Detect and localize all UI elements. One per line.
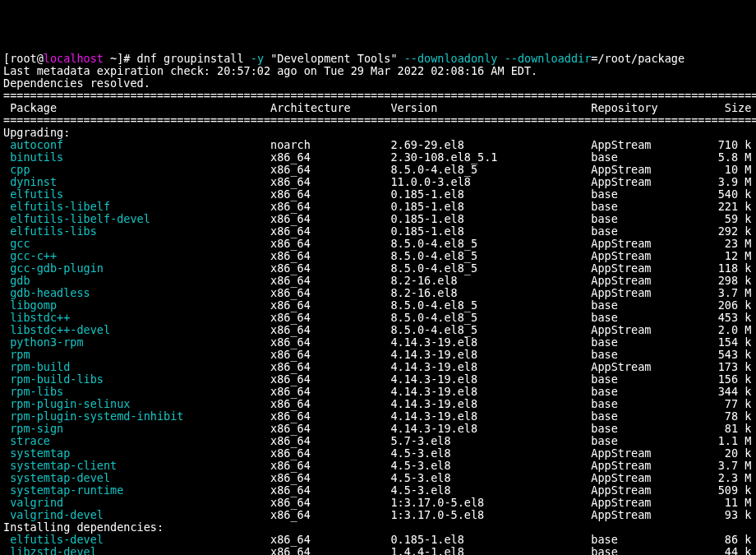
flag-y: -y [251, 52, 264, 65]
package-repository: AppStream [591, 323, 704, 336]
package-size: 59 k [704, 212, 751, 225]
package-arch: x86_64 [270, 286, 390, 299]
package-name: systemtap-client [3, 459, 270, 472]
package-size: 10 M [704, 163, 751, 176]
package-arch: x86_64 [270, 249, 390, 262]
package-name: valgrind-devel [3, 508, 270, 521]
package-size: 154 k [704, 335, 751, 349]
header-repository: Repository [591, 101, 704, 114]
table-row: cpp x86_64 8.5.0-4.el8_5 AppStream 10 M [3, 164, 753, 176]
table-row: valgrind-devel x86_64 1:3.17.0-5.el8 App… [3, 509, 753, 521]
package-version: 4.14.3-19.el8 [390, 360, 591, 373]
package-arch: x86_64 [270, 261, 390, 275]
table-row: strace x86_64 5.7-3.el8 base 1.1 M [3, 435, 753, 447]
package-name: elfutils-libelf [3, 200, 270, 213]
package-name: elfutils-libelf-devel [3, 212, 270, 225]
table-row: systemtap-runtime x86_64 4.5-3.el8 AppSt… [3, 484, 753, 497]
package-version: 8.2-16.el8 [390, 286, 591, 299]
package-size: 453 k [704, 311, 751, 324]
package-name: libzstd-devel [3, 545, 270, 555]
header-version: Version [390, 101, 591, 114]
package-arch: x86_64 [270, 200, 390, 213]
package-size: 5.8 M [704, 150, 751, 164]
table-row: rpm x86_64 4.14.3-19.el8 base 543 k [3, 349, 753, 361]
package-version: 0.185-1.el8 [390, 533, 591, 546]
package-size: 543 k [704, 348, 751, 361]
table-row: elfutils-libelf-devel x86_64 0.185-1.el8… [3, 213, 753, 225]
package-arch: x86_64 [270, 483, 390, 497]
package-repository: AppStream [591, 483, 704, 497]
package-size: 206 k [704, 298, 751, 312]
package-repository: base [591, 200, 704, 213]
package-arch: x86_64 [270, 409, 390, 423]
package-size: 173 k [704, 360, 751, 373]
package-size: 540 k [704, 187, 751, 201]
package-name: gcc [3, 237, 270, 250]
package-repository: AppStream [591, 360, 704, 373]
table-row: elfutils-libs x86_64 0.185-1.el8 base 29… [3, 225, 753, 238]
arg-group: "Development Tools" [264, 52, 404, 65]
package-name: dyninst [3, 175, 270, 188]
package-repository: base [591, 409, 704, 423]
header-size: Size [704, 101, 751, 114]
package-name: systemtap-runtime [3, 483, 270, 497]
table-row: systemtap-client x86_64 4.5-3.el8 AppStr… [3, 460, 753, 472]
table-row: libzstd-devel x86_64 1.4.4-1.el8 base 44… [3, 546, 753, 555]
package-name: python3-rpm [3, 335, 270, 349]
package-repository: base [591, 372, 704, 386]
package-name: rpm-sign [3, 422, 270, 435]
table-row: elfutils x86_64 0.185-1.el8 base 540 k [3, 188, 753, 201]
package-size: 298 k [704, 274, 751, 287]
package-repository: base [591, 434, 704, 447]
table-row: python3-rpm x86_64 4.14.3-19.el8 base 15… [3, 336, 753, 349]
package-name: cpp [3, 163, 270, 176]
package-name: rpm-build-libs [3, 372, 270, 386]
package-version: 4.5-3.el8 [390, 446, 591, 460]
package-arch: x86_64 [270, 397, 390, 410]
package-arch: x86_64 [270, 545, 390, 555]
package-size: 77 k [704, 397, 751, 410]
package-arch: x86_64 [270, 422, 390, 435]
package-repository: AppStream [591, 286, 704, 299]
package-version: 1:3.17.0-5.el8 [390, 508, 591, 521]
package-repository: base [591, 311, 704, 324]
package-arch: x86_64 [270, 446, 390, 460]
table-row: binutils x86_64 2.30-108.el8_5.1 base 5.… [3, 151, 753, 164]
package-arch: x86_64 [270, 298, 390, 312]
rule-mid: ========================================… [3, 113, 756, 127]
table-row: elfutils-devel x86_64 0.185-1.el8 base 8… [3, 534, 753, 546]
package-name: libstdc++ [3, 311, 270, 324]
package-version: 0.185-1.el8 [390, 200, 591, 213]
package-name: strace [3, 434, 270, 447]
package-repository: AppStream [591, 446, 704, 460]
package-version: 2.30-108.el8_5.1 [390, 150, 591, 164]
package-repository: AppStream [591, 237, 704, 250]
package-name: elfutils [3, 187, 270, 201]
package-arch: x86_64 [270, 323, 390, 336]
table-row: libgomp x86_64 8.5.0-4.el8_5 base 206 k [3, 299, 753, 312]
package-version: 4.5-3.el8 [390, 471, 591, 484]
package-arch: x86_64 [270, 372, 390, 386]
table-row: rpm-plugin-systemd-inhibit x86_64 4.14.3… [3, 410, 753, 423]
package-version: 4.14.3-19.el8 [390, 422, 591, 435]
package-version: 4.5-3.el8 [390, 459, 591, 472]
package-arch: x86_64 [270, 348, 390, 361]
table-header: Package Architecture Version Repository … [3, 102, 753, 114]
package-size: 81 k [704, 422, 751, 435]
package-size: 3.7 M [704, 286, 751, 299]
package-arch: x86_64 [270, 212, 390, 225]
package-name: rpm-plugin-selinux [3, 397, 270, 410]
package-version: 5.7-3.el8 [390, 434, 591, 447]
metadata-line: Last metadata expiration check: 20:57:02… [3, 64, 537, 77]
table-row: rpm-libs x86_64 4.14.3-19.el8 base 344 k [3, 386, 753, 398]
table-row: libstdc++-devel x86_64 8.5.0-4.el8_5 App… [3, 324, 753, 336]
table-row: autoconf noarch 2.69-29.el8 AppStream 71… [3, 139, 753, 151]
package-repository: base [591, 212, 704, 225]
package-version: 11.0.0-3.el8 [390, 175, 591, 188]
package-repository: base [591, 335, 704, 349]
package-size: 3.7 M [704, 459, 751, 472]
package-version: 8.2-16.el8 [390, 274, 591, 287]
flag-downloaddir: --downloaddir [505, 52, 592, 65]
package-name: rpm [3, 348, 270, 361]
package-name: libgomp [3, 298, 270, 312]
